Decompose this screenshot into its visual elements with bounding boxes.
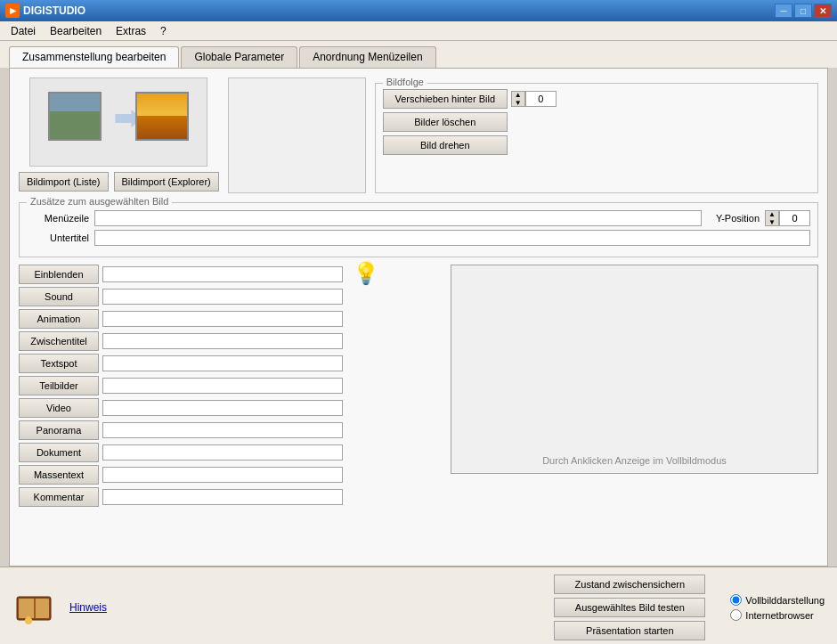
einblenden-button[interactable]: Einblenden [19, 265, 99, 284]
panorama-button[interactable]: Panorama [19, 420, 99, 440]
close-button[interactable]: ✕ [814, 4, 832, 18]
spinner-input[interactable] [525, 91, 557, 107]
footer: Hinweis Zustand zwischensichern Ausgewäh… [0, 567, 837, 644]
image-strip [29, 77, 207, 167]
internet-radio-row: Internetbrowser [730, 609, 825, 621]
bild-drehen-row: Bild drehen [383, 135, 810, 155]
y-spinner-btn[interactable]: ▲▼ [765, 210, 779, 226]
sound-button[interactable]: Sound [19, 287, 99, 306]
feature-row-animation: Animation [19, 309, 442, 329]
menu-extras[interactable]: Extras [109, 23, 153, 39]
small-preview [228, 77, 366, 193]
dokument-input[interactable] [102, 444, 343, 461]
image-import-area: Bildimport (Liste) Bildimport (Explorer) [19, 77, 219, 193]
top-section: Bildimport (Liste) Bildimport (Explorer)… [19, 77, 818, 193]
feature-row-teilbilder: Teilbilder [19, 376, 442, 395]
feature-row-textspot: Textspot [19, 354, 442, 373]
thumb-house [48, 92, 102, 141]
feature-row-einblenden: Einblenden 💡 [19, 265, 442, 284]
import-buttons: Bildimport (Liste) Bildimport (Explorer) [19, 172, 219, 192]
zwischentitel-button[interactable]: Zwischentitel [19, 331, 99, 351]
textspot-button[interactable]: Textspot [19, 354, 99, 373]
bildimport-explorer-button[interactable]: Bildimport (Explorer) [114, 172, 219, 192]
footer-buttons: Zustand zwischensichern Ausgewähltes Bil… [554, 575, 705, 640]
app-icon: ▶ [5, 4, 20, 18]
bildfolge-title: Bildfolge [383, 77, 427, 87]
untertitel-input[interactable] [94, 230, 810, 246]
animation-input[interactable] [102, 311, 343, 327]
feature-row-dokument: Dokument [19, 443, 442, 462]
kommentar-button[interactable]: Kommentar [19, 487, 99, 507]
features-section: Einblenden 💡 Sound Animation Zwischentit… [19, 265, 442, 509]
kommentar-input[interactable] [102, 489, 343, 505]
ausgewaehlt-button[interactable]: Ausgewähltes Bild testen [554, 598, 705, 617]
menu-bar: Datei Bearbeiten Extras ? [0, 21, 837, 41]
lightbulb-icon: 💡 [353, 261, 379, 286]
tab-zusammenstellung[interactable]: Zusammenstellung bearbeiten [9, 46, 179, 68]
zusatze-group: Zusätze zum ausgewählten Bild Menüzeile … [19, 202, 818, 257]
right-preview-panel[interactable]: Durch Anklicken Anzeige im Vollbildmodus [451, 265, 818, 474]
feature-row-panorama: Panorama [19, 420, 442, 440]
massentext-input[interactable] [102, 467, 343, 483]
dokument-button[interactable]: Dokument [19, 443, 99, 462]
untertitel-label: Untertitel [27, 232, 89, 243]
window-controls: ─ □ ✕ [775, 4, 832, 18]
menu-help[interactable]: ? [153, 23, 174, 39]
restore-button[interactable]: □ [794, 4, 812, 18]
y-position-label: Y-Position [716, 213, 760, 224]
menu-bearbeiten[interactable]: Bearbeiten [43, 23, 109, 39]
bilder-loeschen-row: Bilder löschen [383, 112, 810, 132]
zustand-button[interactable]: Zustand zwischensichern [554, 575, 705, 594]
vollbild-label: Vollbilddarstellung [745, 595, 825, 606]
panorama-input[interactable] [102, 422, 343, 438]
feature-row-massentext: Massentext [19, 465, 442, 485]
video-input[interactable] [102, 400, 343, 416]
spinner-wrap: ▲▼ [511, 91, 557, 107]
praesentation-button[interactable]: Präsentation starten [554, 621, 705, 640]
massentext-button[interactable]: Massentext [19, 465, 99, 485]
spinner-up-button[interactable]: ▲▼ [511, 91, 525, 107]
minimize-button[interactable]: ─ [775, 4, 792, 18]
feature-row-sound: Sound [19, 287, 442, 306]
main-content: Bildimport (Liste) Bildimport (Explorer)… [9, 68, 828, 567]
tab-bar: Zusammenstellung bearbeiten Globale Para… [0, 41, 837, 68]
tab-anordnung[interactable]: Anordnung Menüzeilen [299, 46, 435, 68]
svg-rect-1 [19, 599, 49, 618]
bild-drehen-button[interactable]: Bild drehen [383, 135, 508, 155]
untertitel-row: Untertitel [27, 230, 810, 246]
y-position-spinner: ▲▼ [765, 210, 810, 226]
video-button[interactable]: Video [19, 398, 99, 418]
textspot-input[interactable] [102, 355, 343, 371]
teilbilder-button[interactable]: Teilbilder [19, 376, 99, 395]
bildfolge-buttons: Verschieben hinter Bild ▲▼ Bilder lösche… [383, 89, 810, 155]
vollbild-radio-row: Vollbilddarstellung [730, 594, 825, 606]
y-position-input[interactable] [779, 210, 810, 226]
right-preview-text: Durch Anklicken Anzeige im Vollbildmodus [542, 455, 727, 466]
title-bar: ▶ DIGISTUDIO ─ □ ✕ [0, 0, 837, 21]
feature-row-zwischentitel: Zwischentitel [19, 331, 442, 351]
internet-radio[interactable] [730, 609, 742, 621]
teilbilder-input[interactable] [102, 378, 343, 394]
tab-globale-parameter[interactable]: Globale Parameter [181, 46, 297, 68]
vollbild-radio[interactable] [730, 594, 742, 606]
einblenden-input[interactable] [102, 266, 343, 282]
radio-group: Vollbilddarstellung Internetbrowser [730, 594, 825, 621]
book-icon [12, 590, 57, 625]
menuzeile-row: Menüzeile Y-Position ▲▼ [27, 210, 810, 226]
bilder-loeschen-button[interactable]: Bilder löschen [383, 112, 508, 132]
zwischentitel-input[interactable] [102, 333, 343, 349]
bildimport-liste-button[interactable]: Bildimport (Liste) [19, 172, 109, 192]
animation-button[interactable]: Animation [19, 309, 99, 329]
internet-label: Internetbrowser [745, 610, 813, 621]
features-and-preview: Einblenden 💡 Sound Animation Zwischentit… [19, 265, 818, 509]
verschieben-button[interactable]: Verschieben hinter Bild [383, 89, 508, 109]
menuzeile-input[interactable] [94, 210, 702, 226]
sound-input[interactable] [102, 289, 343, 305]
thumb-sunset [135, 92, 189, 141]
hint-link[interactable]: Hinweis [69, 601, 107, 614]
menu-datei[interactable]: Datei [4, 23, 43, 39]
bildfolge-group: Bildfolge Verschieben hinter Bild ▲▼ Bil… [375, 83, 818, 193]
svg-point-3 [25, 617, 32, 624]
zusatze-title: Zusätze zum ausgewählten Bild [27, 196, 172, 207]
feature-row-kommentar: Kommentar [19, 487, 442, 507]
